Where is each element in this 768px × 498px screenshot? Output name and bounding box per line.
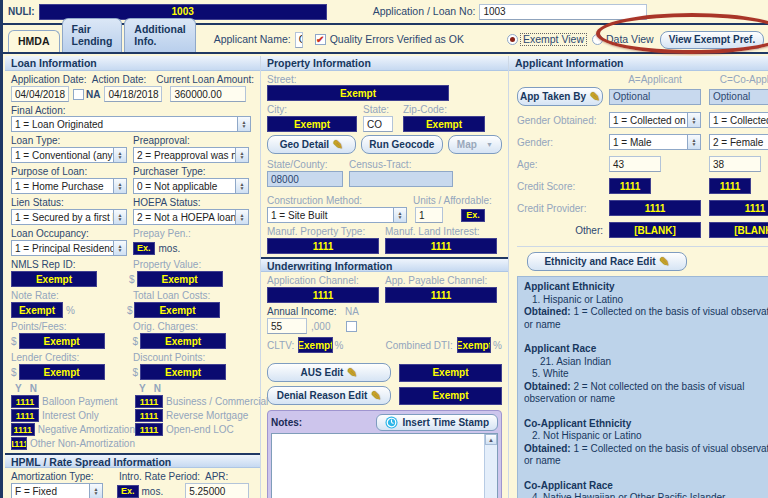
final-action-select[interactable]: 1 = Loan Originated — [11, 116, 251, 132]
action-date-input[interactable]: 04/18/2018 — [104, 86, 162, 102]
current-loan-amount-input[interactable]: 360000.00 — [170, 86, 246, 102]
hmda-application-window: NULI: 1003 Application / Loan No: 1003 H… — [0, 0, 768, 498]
spinner-icon[interactable] — [113, 210, 126, 224]
exempt-view-radio[interactable] — [507, 34, 518, 45]
gender-obtained-c-select[interactable]: 1 = Collected on — [709, 112, 768, 128]
run-geocode-button[interactable]: Run Geocode — [361, 135, 443, 154]
manuf-land-field: 1111 — [385, 238, 497, 254]
spinner-icon[interactable] — [237, 117, 250, 131]
credit-score-label: Credit Score: — [517, 181, 609, 192]
city-field: Exempt — [267, 116, 357, 132]
app-taken-by-a-field: Optional — [609, 89, 701, 105]
ethnicity-race-edit-button[interactable]: Ethnicity and Race Edit✎ — [527, 252, 687, 271]
credit-score-a-field: 1111 — [609, 178, 651, 194]
income-na-checkbox[interactable] — [346, 321, 357, 332]
hoepa-select[interactable]: 2 = Not a HOEPA loan — [133, 209, 249, 225]
gender-obtained-a-select[interactable]: 1 = Collected on — [609, 112, 701, 128]
n-header: N — [30, 383, 37, 394]
construction-select[interactable]: 1 = Site Built — [267, 207, 407, 223]
age-c-input[interactable]: 38 — [709, 156, 761, 172]
state-input[interactable]: CO — [363, 116, 393, 132]
applicant-column-header: A=Applicant — [609, 74, 701, 85]
notes-textarea[interactable]: ▲ ▼ — [271, 433, 498, 498]
property-value-field: Exempt — [137, 271, 223, 287]
ethnicity-line: 2. Not Hispanic or Latino — [524, 430, 768, 443]
tab-additional-info[interactable]: Additional Info. — [124, 18, 195, 52]
spinner-icon[interactable] — [113, 241, 126, 255]
ethnicity-line: 1. Hispanic or Latino — [524, 294, 768, 307]
applicant-name-label: Applicant Name: — [214, 34, 291, 45]
age-a-input[interactable]: 43 — [609, 156, 661, 172]
loan-no-input[interactable]: 1003 — [479, 4, 647, 20]
occupancy-select[interactable]: 1 = Principal Residence — [11, 240, 127, 256]
gender-a-select[interactable]: 1 = Male — [609, 134, 701, 150]
lender-credits-dollar: $ — [11, 367, 17, 378]
manuf-land-label: Manuf. Land Interest: — [385, 226, 480, 237]
aus-edit-button[interactable]: AUS Edit✎ — [267, 363, 391, 382]
credit-score-c-field: 1111 — [709, 178, 751, 194]
zip-field: Exempt — [403, 116, 485, 132]
spinner-icon[interactable] — [235, 179, 248, 193]
final-action-label: Final Action: — [11, 105, 254, 116]
spinner-icon[interactable] — [89, 484, 102, 498]
y-header: Y — [139, 383, 146, 394]
purchaser-select[interactable]: 0 = Not applicable — [133, 178, 249, 194]
apr-input[interactable]: 5.25000 — [185, 483, 249, 498]
co-applicant-ethnicity-block: Co-Applicant Ethnicity 2. Not Hispanic o… — [524, 418, 768, 468]
geo-detail-button[interactable]: Geo Detail✎ — [267, 135, 356, 154]
interest-only-flag[interactable]: 1111 — [11, 409, 39, 422]
business-flag[interactable]: 1111 — [135, 395, 163, 408]
intro-rate-exempt-badge: Ex. — [117, 485, 139, 498]
purchaser-label: Purchaser Type: — [133, 166, 206, 177]
neg-amort-flag[interactable]: 1111 — [11, 423, 35, 436]
app-taken-by-button[interactable]: App Taken By✎ — [517, 87, 603, 106]
data-view-radio[interactable] — [592, 34, 603, 45]
spinner-icon[interactable] — [235, 148, 248, 162]
map-button[interactable]: Map▼ — [448, 135, 502, 154]
units-input[interactable]: 1 — [415, 207, 443, 223]
nuli-value: 1003 — [172, 6, 194, 17]
applicant-name-input[interactable]: CLARK — [295, 32, 303, 48]
underwriting-header: Underwriting Information — [261, 257, 508, 272]
application-date-na-checkbox[interactable] — [73, 89, 84, 100]
scroll-up-icon[interactable]: ▲ — [485, 434, 497, 445]
intro-rate-label: Intro. Rate Period: — [119, 471, 205, 482]
lien-select[interactable]: 1 = Secured by a first lien — [11, 209, 127, 225]
spinner-icon[interactable] — [687, 113, 700, 127]
open-end-loc-flag[interactable]: 1111 — [135, 423, 163, 436]
prepay-label: Prepay Pen.: — [133, 228, 191, 239]
denial-reason-edit-button[interactable]: Denial Reason Edit✎ — [267, 386, 391, 405]
preapproval-select[interactable]: 2 = Preapproval was not re — [133, 147, 249, 163]
tab-fair-lending[interactable]: Fair Lending — [62, 18, 123, 52]
city-label: City: — [267, 104, 363, 115]
co-applicant-race-block: Co-Applicant Race 4. Native Hawaiian or … — [524, 480, 768, 498]
spinner-icon[interactable] — [687, 135, 700, 149]
spinner-icon[interactable] — [235, 210, 248, 224]
spinner-icon[interactable] — [393, 208, 406, 222]
y-header: Y — [15, 383, 22, 394]
tab-hmda[interactable]: HMDA — [8, 30, 60, 52]
quality-errors-checkbox[interactable] — [315, 34, 326, 45]
data-view-label[interactable]: Data View — [606, 34, 654, 45]
income-input[interactable]: 55 — [267, 318, 307, 334]
exempt-view-label[interactable]: Exempt View — [521, 34, 586, 45]
census-tract-label: Census-Tract: — [349, 159, 411, 170]
view-exempt-pref-button[interactable]: View Exempt Pref. — [660, 31, 765, 49]
insert-timestamp-button[interactable]: Insert Time Stamp — [376, 414, 498, 431]
gender-c-select[interactable]: 2 = Female — [709, 134, 768, 150]
hoepa-label: HOEPA Status: — [133, 197, 201, 208]
other-non-amort-flag[interactable]: 1111 — [11, 437, 27, 450]
reverse-mortgage-flag[interactable]: 1111 — [135, 409, 163, 422]
purpose-select[interactable]: 1 = Home Purchase — [11, 178, 127, 194]
spinner-icon[interactable] — [113, 148, 126, 162]
orig-charges-label: Orig. Charges: — [133, 321, 198, 332]
balloon-flag[interactable]: 1111 — [11, 395, 39, 408]
application-date-input[interactable]: 04/04/2018 — [11, 86, 69, 102]
loan-type-select[interactable]: 1 = Conventional (any loan — [11, 147, 127, 163]
manuf-type-label: Manuf. Property Type: — [267, 226, 385, 237]
spinner-icon[interactable] — [113, 179, 126, 193]
loan-type-label: Loan Type: — [11, 135, 133, 146]
amortization-type-select[interactable]: F = Fixed — [11, 483, 103, 498]
tab-bar: HMDA Fair Lending Additional Info. Appli… — [3, 27, 768, 54]
notes-scrollbar[interactable]: ▲ ▼ — [484, 434, 497, 498]
